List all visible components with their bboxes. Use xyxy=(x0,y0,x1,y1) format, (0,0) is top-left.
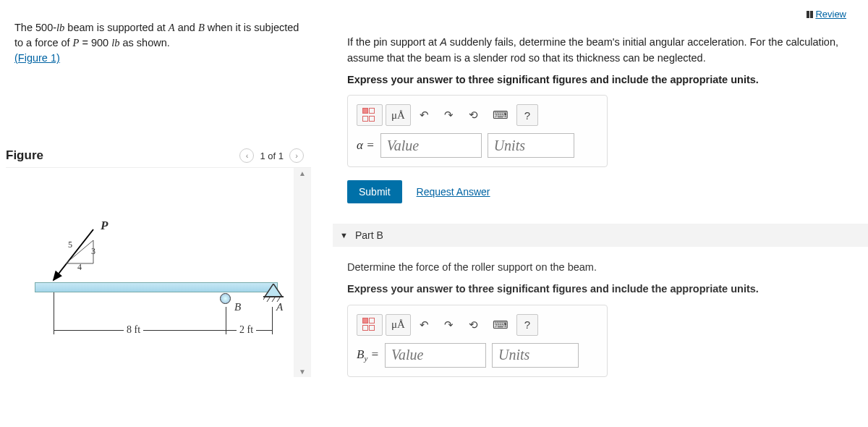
alpha-label: α = xyxy=(357,138,375,153)
figure-scrollbar[interactable]: ▲ ▼ xyxy=(294,168,311,377)
var-B: B xyxy=(198,22,205,33)
var-A: A xyxy=(169,22,175,33)
templates-button[interactable] xyxy=(357,314,383,336)
reset-button[interactable]: ⟲ xyxy=(463,314,485,336)
instructions-bold: Express your answer to three significant… xyxy=(347,282,846,297)
scroll-up-icon[interactable]: ▲ xyxy=(299,169,306,177)
collapse-icon: ▼ xyxy=(340,231,348,240)
figure-next-button[interactable]: › xyxy=(289,148,304,163)
flag-icon xyxy=(807,11,813,18)
partB-title: Part B xyxy=(355,229,383,241)
undo-button[interactable]: ↶ xyxy=(414,104,435,126)
txt: If the pin support at xyxy=(347,36,440,48)
figure-link[interactable]: (Figure 1) xyxy=(14,52,60,64)
partB-answer-panel: μÅ ↶ ↷ ⟲ ⌨ ? By = xyxy=(347,305,608,377)
txt: beam is supported at xyxy=(64,22,168,33)
var-A: A xyxy=(440,36,447,48)
alpha-value-input[interactable] xyxy=(380,133,482,158)
request-answer-link[interactable]: Request Answer xyxy=(417,186,490,198)
svg-line-6 xyxy=(267,297,270,302)
txt: and xyxy=(175,22,198,33)
tri-5: 5 xyxy=(68,240,72,250)
dim-8ft-label: 8 ft xyxy=(124,324,143,336)
keyboard-button[interactable]: ⌨ xyxy=(488,314,514,336)
label-B: B xyxy=(234,301,241,313)
txt: The 500- xyxy=(14,22,56,33)
figure-prev-button[interactable]: ‹ xyxy=(239,148,254,163)
partB-prompt: Determine the force of the roller suppor… xyxy=(347,260,846,297)
svg-line-5 xyxy=(263,297,265,302)
partA-prompt: If the pin support at A suddenly fails, … xyxy=(347,35,846,88)
unit: lb xyxy=(56,22,64,33)
units-symbol-button[interactable]: μÅ xyxy=(386,314,411,336)
By-label: By = xyxy=(357,347,379,363)
help-button[interactable]: ? xyxy=(516,314,538,336)
review-label: Review xyxy=(815,9,846,20)
force-arrow-P xyxy=(28,226,101,287)
units-symbol-button[interactable]: μÅ xyxy=(386,104,411,126)
txt: as shown. xyxy=(120,37,170,48)
figure-heading: Figure xyxy=(6,148,43,163)
reset-button[interactable]: ⟲ xyxy=(463,104,485,126)
partA-answer-panel: μÅ ↶ ↷ ⟲ ⌨ ? α = xyxy=(347,95,608,167)
svg-marker-3 xyxy=(265,284,282,297)
By-value-input[interactable] xyxy=(385,343,486,368)
redo-button[interactable]: ↷ xyxy=(438,314,460,336)
keyboard-button[interactable]: ⌨ xyxy=(488,104,514,126)
figure-nav: ‹ 1 of 1 › xyxy=(239,148,304,163)
undo-button[interactable]: ↶ xyxy=(414,314,435,336)
partB-header[interactable]: ▼ Part B xyxy=(333,224,868,247)
label-A: A xyxy=(276,301,283,313)
txt: Determine the force of the roller suppor… xyxy=(347,260,846,276)
By-units-input[interactable] xyxy=(492,343,579,368)
submit-button[interactable]: Submit xyxy=(347,180,402,203)
svg-line-1 xyxy=(54,229,93,280)
redo-button[interactable]: ↷ xyxy=(438,104,460,126)
instructions-bold: Express your answer to three significant… xyxy=(347,72,846,88)
review-link[interactable]: Review xyxy=(807,9,846,20)
svg-line-7 xyxy=(272,297,275,302)
dim-2ft-label: 2 ft xyxy=(237,324,256,336)
tri-3: 3 xyxy=(91,246,95,257)
beam-diagram: P 5 3 4 B A 8 ft 2 ft xyxy=(32,197,285,342)
tri-4: 4 xyxy=(77,262,82,273)
help-button[interactable]: ? xyxy=(516,104,538,126)
figure-counter: 1 of 1 xyxy=(260,151,284,161)
txt: = 900 xyxy=(79,37,111,48)
support-B xyxy=(220,293,231,304)
alpha-units-input[interactable] xyxy=(488,133,574,158)
templates-button[interactable] xyxy=(357,104,383,126)
scroll-down-icon[interactable]: ▼ xyxy=(299,368,306,376)
unit: lb xyxy=(111,37,119,48)
problem-statement: The 500-lb beam is supported at A and B … xyxy=(6,7,311,76)
label-P: P xyxy=(101,219,108,233)
